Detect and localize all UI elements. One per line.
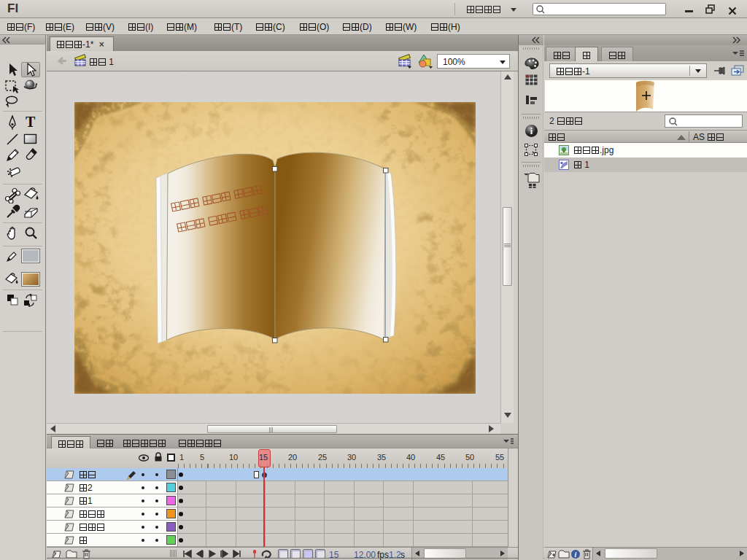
svg-text:i: i (575, 551, 577, 559)
